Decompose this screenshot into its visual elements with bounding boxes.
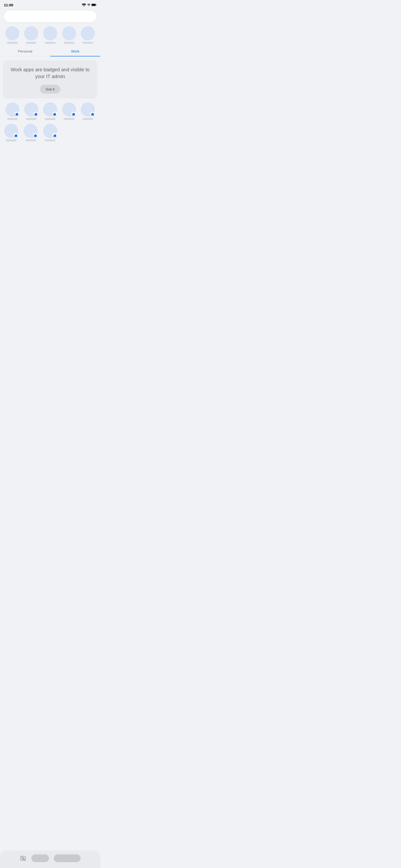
status-bar: 11:00 xyxy=(0,0,100,9)
skeleton-circle-3 xyxy=(43,26,57,40)
status-time: 11:00 xyxy=(4,3,13,7)
briefcase-icon-5 xyxy=(91,113,94,116)
work-app-2[interactable] xyxy=(23,102,39,120)
wifi-icon xyxy=(82,3,86,6)
work-app-8[interactable] xyxy=(42,124,58,141)
briefcase-icon-6 xyxy=(14,134,18,137)
work-badge-1 xyxy=(14,112,20,117)
top-app-skeleton-row xyxy=(0,26,100,44)
skeleton-app-4 xyxy=(61,26,78,44)
briefcase-icon-8 xyxy=(53,134,57,137)
work-badge-6 xyxy=(13,133,18,138)
work-app-circle-8 xyxy=(43,124,57,138)
work-app-label-5 xyxy=(83,118,93,120)
work-app-label-4 xyxy=(64,118,74,120)
work-app-3[interactable] xyxy=(42,102,58,120)
work-app-circle-2 xyxy=(24,102,38,117)
briefcase-icon-1 xyxy=(15,113,19,116)
skeleton-circle-2 xyxy=(24,26,38,40)
briefcase-icon-2 xyxy=(34,113,37,116)
work-app-circle-7 xyxy=(24,124,38,138)
tab-work[interactable]: Work xyxy=(50,46,100,56)
work-app-circle-3 xyxy=(43,102,57,117)
work-app-circle-1 xyxy=(5,102,20,117)
work-app-6[interactable] xyxy=(3,124,20,141)
work-app-label-3 xyxy=(45,118,56,120)
work-badge-8 xyxy=(52,133,57,138)
work-app-circle-4 xyxy=(62,102,76,117)
svg-rect-2 xyxy=(92,4,95,6)
work-badge-5 xyxy=(90,112,95,117)
work-app-1[interactable] xyxy=(4,102,21,120)
work-app-row-1 xyxy=(0,102,100,120)
work-app-label-6 xyxy=(6,140,17,141)
briefcase-icon-7 xyxy=(34,134,37,137)
tab-personal[interactable]: Personal xyxy=(0,46,50,56)
work-app-label-2 xyxy=(26,118,36,120)
search-bar[interactable] xyxy=(4,11,96,22)
skeleton-label-1 xyxy=(7,42,18,44)
work-badge-7 xyxy=(33,133,38,138)
status-icons xyxy=(82,3,96,6)
briefcase-icon-4 xyxy=(72,113,75,116)
skeleton-label-3 xyxy=(45,42,56,44)
work-app-label-1 xyxy=(7,118,18,120)
skeleton-app-3 xyxy=(42,26,58,44)
work-badge-2 xyxy=(33,112,38,117)
work-badge-4 xyxy=(71,112,76,117)
skeleton-label-2 xyxy=(26,42,36,44)
signal-icon xyxy=(87,3,91,6)
skeleton-app-5 xyxy=(80,26,96,44)
svg-rect-1 xyxy=(96,4,97,5)
work-badge-3 xyxy=(52,112,57,117)
skeleton-circle-1 xyxy=(5,26,20,40)
skeleton-app-1 xyxy=(4,26,21,44)
work-app-circle-5 xyxy=(81,102,95,117)
battery-icon xyxy=(92,3,96,6)
work-app-7[interactable] xyxy=(22,124,39,141)
skeleton-circle-5 xyxy=(81,26,95,40)
skeleton-circle-4 xyxy=(62,26,76,40)
work-app-4[interactable] xyxy=(61,102,78,120)
info-card-message: Work apps are badged and visible to your… xyxy=(8,66,92,80)
skeleton-label-5 xyxy=(83,42,93,44)
tabs: Personal Work xyxy=(0,46,100,56)
work-app-circle-6 xyxy=(4,124,18,138)
bottom-spacer xyxy=(0,143,100,167)
skeleton-app-2 xyxy=(23,26,39,44)
work-app-5[interactable] xyxy=(80,102,96,120)
got-it-button[interactable]: Got it xyxy=(40,85,60,94)
work-app-label-8 xyxy=(45,140,56,141)
work-app-label-7 xyxy=(25,140,36,141)
skeleton-label-4 xyxy=(64,42,74,44)
info-card: Work apps are badged and visible to your… xyxy=(3,60,97,98)
briefcase-icon-3 xyxy=(53,113,56,116)
work-app-row-2 xyxy=(0,124,100,141)
